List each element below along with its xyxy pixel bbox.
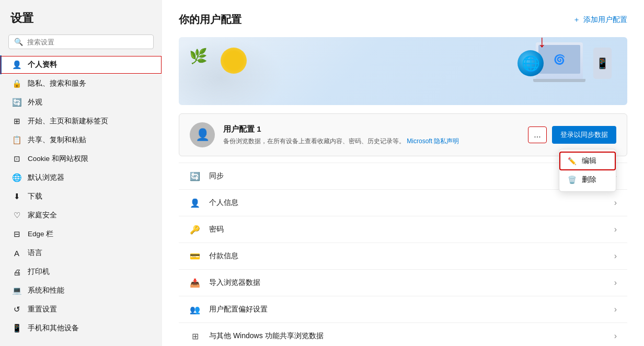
nav-icon-profile: 👤 [12,60,21,70]
sidebar-item-reset[interactable]: ↺ 重置设置 [0,300,162,319]
nav-icon-edge-bar: ⊟ [12,229,21,239]
more-options-button[interactable]: ... [528,126,547,143]
main-header: 你的用户配置 ＋ 添加用户配置 [179,13,627,27]
settings-item-passwords[interactable]: 🔑 密码 › [179,216,627,243]
nav-label-privacy: 隐私、搜索和服务 [28,79,86,88]
privacy-link[interactable]: Microsoft 隐私声明 [407,137,459,145]
edit-label: 编辑 [582,156,596,166]
sidebar-item-family[interactable]: ♡ 家庭安全 [0,206,162,225]
nav-icon-mobile: 📱 [12,324,21,333]
nav-label-cookies: Cookie 和网站权限 [28,154,88,164]
nav-icon-reset: ↺ [12,305,21,314]
sidebar-item-language[interactable]: A 语言 [0,244,162,262]
settings-icon-passwords: 🔑 [189,224,201,235]
nav-label-edge-bar: Edge 栏 [28,229,53,239]
settings-label-sync: 同步 [209,171,606,181]
sidebar-item-new-tab[interactable]: ⊞ 开始、主页和新建标签页 [0,112,162,131]
page-title: 你的用户配置 [179,13,242,27]
nav-icon-default-browser: 🌐 [12,173,21,182]
chevron-icon-windows-share: › [614,331,617,341]
nav-icon-language: A [12,248,21,258]
nav-label-new-tab: 开始、主页和新建标签页 [28,117,108,126]
sidebar-item-mobile[interactable]: 📱 手机和其他设备 [0,319,162,338]
settings-icon-import: 📥 [189,277,201,289]
globe-decoration: 🌐 [518,50,544,76]
settings-icon-sync: 🔄 [189,170,201,182]
search-box[interactable]: 🔍 [8,34,154,49]
settings-item-preferences[interactable]: 👥 用户配置偏好设置 › [179,296,627,323]
profile-description: 备份浏览数据，在所有设备上查看收藏内容、密码、历史记录等。 Microsoft … [223,136,520,146]
search-icon: 🔍 [14,38,23,46]
profile-info: 用户配置 1 备份浏览数据，在所有设备上查看收藏内容、密码、历史记录等。 Mic… [223,124,520,146]
nav-label-default-browser: 默认浏览器 [28,173,64,182]
settings-label-preferences: 用户配置偏好设置 [209,305,606,314]
settings-label-passwords: 密码 [209,225,606,234]
sidebar-item-printer[interactable]: 🖨 打印机 [0,262,162,281]
sidebar-item-cookies[interactable]: ⊡ Cookie 和网站权限 [0,149,162,168]
sidebar-item-profile[interactable]: 👤 个人资料 ← [0,55,162,74]
nav-label-mobile: 手机和其他设备 [28,324,79,333]
nav-label-family: 家庭安全 [28,211,57,220]
settings-icon-windows-share: ⊞ [189,330,201,342]
chevron-icon-payment: › [614,251,617,261]
chevron-icon-passwords: › [614,225,617,234]
nav-label-system: 系统和性能 [28,286,64,295]
avatar-icon: 👤 [196,128,210,142]
plus-icon: ＋ [573,15,580,25]
nav-label-profile: 个人资料 [28,60,57,70]
nav-label-printer: 打印机 [28,267,50,276]
search-input[interactable] [27,38,148,46]
edit-icon: ✏️ [568,157,577,165]
sidebar-item-accessibility[interactable]: ☆ 辅助功能 [0,338,162,341]
nav-icon-printer: 🖨 [12,267,21,276]
settings-label-payment: 付款信息 [209,251,606,261]
sun-decoration [221,48,247,74]
settings-icon-payment: 💳 [189,250,201,262]
settings-label-personal-info: 个人信息 [209,198,606,207]
nav-label-sharing: 共享、复制和粘贴 [28,135,86,145]
settings-item-personal-info[interactable]: 👤 个人信息 › [179,190,627,216]
context-menu-delete[interactable]: 🗑️ 删除 [559,170,616,189]
main-content: 你的用户配置 ＋ 添加用户配置 🌿 🌀 🌐 📱 ↓ [162,0,644,346]
more-icon: ... [534,130,540,140]
nav-list: 👤 个人资料 ← 🔒 隐私、搜索和服务 🔄 外观 ⊞ 开始、主页和新建标签页 📋… [0,55,162,341]
sidebar-item-default-browser[interactable]: 🌐 默认浏览器 [0,168,162,187]
banner-right-decoration: 🌀 🌐 📱 [536,42,612,79]
sidebar-item-sharing[interactable]: 📋 共享、复制和粘贴 [0,131,162,149]
settings-label-import: 导入浏览器数据 [209,278,606,287]
profile-banner: 🌿 🌀 🌐 📱 ↓ [179,37,627,105]
sync-button[interactable]: 登录以同步数据 [552,126,616,144]
nav-icon-cookies: ⊡ [12,154,21,164]
sidebar-item-edge-bar[interactable]: ⊟ Edge 栏 [0,225,162,244]
nav-label-language: 语言 [28,248,42,258]
profile-name: 用户配置 1 [223,124,520,134]
sidebar-item-downloads[interactable]: ⬇ 下载 [0,187,162,206]
nav-label-appearance: 外观 [28,98,42,107]
annotation-arrow-down: ↓ [538,37,546,50]
add-profile-button[interactable]: ＋ 添加用户配置 [573,15,627,25]
sidebar: 设置 🔍 👤 个人资料 ← 🔒 隐私、搜索和服务 🔄 外观 ⊞ 开始、主页和新建… [0,0,162,346]
nav-label-reset: 重置设置 [28,305,57,314]
nav-icon-downloads: ⬇ [12,192,21,201]
nav-icon-privacy: 🔒 [12,79,21,88]
leaf-decoration: 🌿 [189,48,208,65]
chevron-icon-preferences: › [614,305,617,314]
sidebar-item-privacy[interactable]: 🔒 隐私、搜索和服务 [0,74,162,93]
sidebar-item-system[interactable]: 💻 系统和性能 [0,281,162,300]
delete-icon: 🗑️ [568,176,577,184]
nav-icon-appearance: 🔄 [12,98,21,107]
settings-item-payment[interactable]: 💳 付款信息 › [179,243,627,270]
settings-label-windows-share: 与其他 Windows 功能共享浏览数据 [209,331,606,341]
add-profile-label: 添加用户配置 [583,15,627,25]
profile-card: 👤 用户配置 1 备份浏览数据，在所有设备上查看收藏内容、密码、历史记录等。 M… [179,113,627,156]
settings-icon-personal-info: 👤 [189,197,201,209]
profile-actions: ... 登录以同步数据 ✏️ 编辑 🗑️ 删除 [528,126,616,144]
nav-icon-sharing: 📋 [12,135,21,145]
settings-item-windows-share[interactable]: ⊞ 与其他 Windows 功能共享浏览数据 › [179,323,627,346]
sidebar-item-appearance[interactable]: 🔄 外观 [0,93,162,112]
context-menu-edit[interactable]: ✏️ 编辑 [559,152,616,170]
avatar: 👤 [190,122,215,147]
chevron-icon-personal-info: › [614,198,617,207]
delete-label: 删除 [582,175,596,184]
settings-item-import[interactable]: 📥 导入浏览器数据 › [179,270,627,296]
